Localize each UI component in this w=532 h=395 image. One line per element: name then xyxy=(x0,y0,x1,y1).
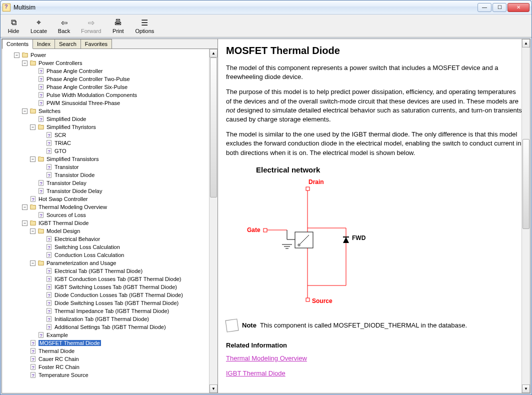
tree-item[interactable]: ?Phase Angle Controller Two-Pulse xyxy=(4,75,216,83)
tree-item[interactable]: −Switches xyxy=(4,107,216,115)
options-button[interactable]: ☰ Options xyxy=(133,16,156,36)
tree-expander[interactable]: − xyxy=(30,156,36,162)
tab-search[interactable]: Search xyxy=(54,39,81,48)
minimize-button[interactable]: — xyxy=(478,3,492,12)
scroll-up-button[interactable]: ▲ xyxy=(522,39,530,48)
page-icon: ? xyxy=(29,348,37,354)
svg-text:?: ? xyxy=(32,341,34,346)
tree-item[interactable]: ?Transistor xyxy=(4,163,216,171)
tree-expander[interactable]: − xyxy=(30,228,36,234)
page-icon: ? xyxy=(37,180,45,186)
tab-favorites[interactable]: Favorites xyxy=(80,39,112,48)
tree-item[interactable]: ?Diode Conduction Losses Tab (IGBT Therm… xyxy=(4,291,216,299)
scroll-thumb[interactable] xyxy=(210,58,217,198)
tree-item[interactable]: ?SCR xyxy=(4,131,216,139)
tree-label: Example xyxy=(46,332,68,338)
tree-item[interactable]: ?Foster RC Chain xyxy=(4,363,216,371)
content-panel[interactable]: MOSFET Thermal Diode The model of this c… xyxy=(218,39,530,393)
tree-label: Parameterization and Usage xyxy=(46,260,116,266)
tree-item[interactable]: ?Thermal Diode xyxy=(4,347,216,355)
tree-item[interactable]: ?Example xyxy=(4,331,216,339)
svg-text:?: ? xyxy=(40,333,42,338)
svg-text:?: ? xyxy=(48,285,50,290)
tree-item[interactable]: ?Transistor Delay xyxy=(4,179,216,187)
tree-item[interactable]: ?GTO xyxy=(4,147,216,155)
tree-item[interactable]: ?Cauer RC Chain xyxy=(4,355,216,363)
svg-text:?: ? xyxy=(32,349,34,354)
tree-expander[interactable]: − xyxy=(30,124,36,130)
tree-item[interactable]: ?Sources of Loss xyxy=(4,211,216,219)
titlebar[interactable]: Multisim — ☐ ✕ xyxy=(0,0,532,14)
print-button[interactable]: 🖶 Print xyxy=(109,16,127,36)
page-icon: ? xyxy=(45,300,53,306)
tree-label: IGBT Switching Losses Tab (IGBT Thermal … xyxy=(54,284,177,290)
tree-label: Additional Settings Tab (IGBT Thermal Di… xyxy=(54,324,166,330)
tree-item[interactable]: ?TRIAC xyxy=(4,139,216,147)
tree-item[interactable]: ?Phase Angle Controller xyxy=(4,67,216,75)
tree-item[interactable]: −Power xyxy=(4,51,216,59)
hide-button[interactable]: ⧉ Hide xyxy=(4,16,22,36)
tree-item[interactable]: ?Switching Loss Calculation xyxy=(4,243,216,251)
tree-item[interactable]: ?Additional Settings Tab (IGBT Thermal D… xyxy=(4,323,216,331)
tree-item[interactable]: ?IGBT Conduction Losses Tab (IGBT Therma… xyxy=(4,275,216,283)
tree-label: Phase Angle Controller xyxy=(46,68,103,74)
tree-item[interactable]: ?Pulse Width Modulation Components xyxy=(4,91,216,99)
tree-expander[interactable]: − xyxy=(22,108,28,114)
tree-item[interactable]: ?Thermal Impedance Tab (IGBT Thermal Dio… xyxy=(4,307,216,315)
page-icon: ? xyxy=(37,92,45,98)
tree-expander[interactable]: − xyxy=(22,220,28,226)
tree-label: Transistor Diode xyxy=(54,172,94,178)
tree-expander[interactable]: − xyxy=(22,204,28,210)
tree-item[interactable]: ?Transistor Diode Delay xyxy=(4,187,216,195)
book-icon xyxy=(29,220,37,226)
svg-text:?: ? xyxy=(32,365,34,370)
tree-item[interactable]: ?MOSFET Thermal Diode xyxy=(4,339,216,347)
close-button[interactable]: ✕ xyxy=(508,3,530,12)
tree-item[interactable]: −Simplified Thyristors xyxy=(4,123,216,131)
tree-label: Transistor Delay xyxy=(46,180,86,186)
forward-button[interactable]: ⇨ Forward xyxy=(79,16,103,36)
tree-item[interactable]: ?Phase Angle Controller Six-Pulse xyxy=(4,83,216,91)
fwd-label: FWD xyxy=(352,234,366,242)
tree-label: Sources of Loss xyxy=(46,212,86,218)
tree-item[interactable]: −Parameterization and Usage xyxy=(4,259,216,267)
tree-item[interactable]: −IGBT Thermal Diode xyxy=(4,219,216,227)
tree-expander[interactable]: − xyxy=(30,260,36,266)
locate-button[interactable]: ⌖ Locate xyxy=(28,16,49,36)
tree-item[interactable]: ?Electrical Tab (IGBT Thermal Diode) xyxy=(4,267,216,275)
book-icon xyxy=(29,204,37,210)
tree-label: Electrical Tab (IGBT Thermal Diode) xyxy=(54,268,142,274)
tree-item[interactable]: ?Electrical Behavior xyxy=(4,235,216,243)
tree-item[interactable]: −Model Design xyxy=(4,227,216,235)
tree-item[interactable]: ?IGBT Switching Losses Tab (IGBT Thermal… xyxy=(4,283,216,291)
book-icon xyxy=(29,60,37,66)
page-heading: MOSFET Thermal Diode xyxy=(226,45,522,56)
tree-item[interactable]: −Thermal Modeling Overview xyxy=(4,203,216,211)
svg-text:?: ? xyxy=(48,245,50,250)
scroll-down-button[interactable]: ▼ xyxy=(210,384,218,393)
tree-item[interactable]: ?Simplified Diode xyxy=(4,115,216,123)
tree-view[interactable]: −Power−Power Controllers?Phase Angle Con… xyxy=(2,49,218,393)
scroll-up-button[interactable]: ▲ xyxy=(210,49,218,58)
tree-item[interactable]: ?Diode Switching Losses Tab (IGBT Therma… xyxy=(4,299,216,307)
scroll-thumb[interactable] xyxy=(522,139,530,229)
tree-item[interactable]: ?Hot Swap Controller xyxy=(4,195,216,203)
tab-contents[interactable]: Contents xyxy=(2,39,33,49)
tree-item[interactable]: −Simplified Transistors xyxy=(4,155,216,163)
tree-item[interactable]: ?Initialization Tab (IGBT Thermal Diode) xyxy=(4,315,216,323)
tree-item[interactable]: ?Temperature Source xyxy=(4,371,216,379)
back-button[interactable]: ⇦ Back xyxy=(55,16,73,36)
maximize-button[interactable]: ☐ xyxy=(492,3,506,12)
link-thermal-overview[interactable]: Thermal Modeling Overview xyxy=(226,354,307,362)
tree-expander[interactable]: − xyxy=(22,60,28,66)
tree-item[interactable]: ?Transistor Diode xyxy=(4,171,216,179)
tree-item[interactable]: −Power Controllers xyxy=(4,59,216,67)
tree-item[interactable]: ?PWM Sinusoidal Three-Phase xyxy=(4,99,216,107)
tree-expander[interactable]: − xyxy=(14,52,20,58)
tree-item[interactable]: ?Conduction Loss Calculation xyxy=(4,251,216,259)
link-igbt-thermal[interactable]: IGBT Thermal Diode xyxy=(226,370,286,377)
tree-scrollbar[interactable]: ▲▼ xyxy=(209,49,218,393)
scroll-down-button[interactable]: ▼ xyxy=(522,384,530,393)
tab-index[interactable]: Index xyxy=(32,39,55,48)
content-scrollbar[interactable]: ▲ ▼ xyxy=(522,39,530,393)
